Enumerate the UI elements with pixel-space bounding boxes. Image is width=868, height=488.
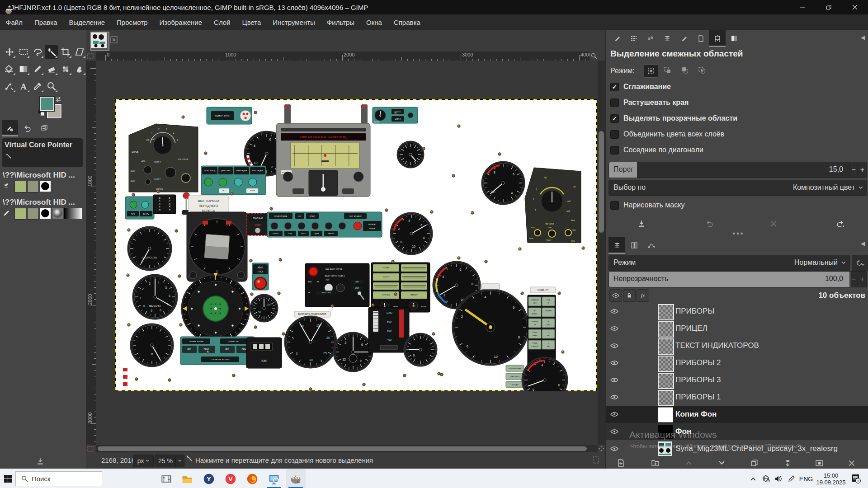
menu-item-инструменты[interactable]: Инструменты [267,14,321,30]
raise-layer-button[interactable] [685,459,693,467]
checkbox-выделять-прозрачные-области[interactable]: ✓Выделять прозрачные области [610,113,737,124]
layer-visibility-icon[interactable] [610,325,618,332]
start-button[interactable] [0,469,15,488]
menu-item-справка[interactable]: Справка [388,14,426,30]
lock-column-icon[interactable] [623,289,636,302]
dock-tab-fonts[interactable]: ab [642,30,659,47]
effects-column-icon[interactable]: fx [637,289,649,302]
image-canvas[interactable]: КОНТР УРАП108642К ППС АВТ 100 66 36 Ф : … [115,99,597,391]
restore-tool-preset-button[interactable] [705,220,713,228]
tray-volume-icon[interactable] [772,469,785,488]
search-input[interactable]: Поиск [15,471,102,486]
dock-tab-gradients[interactable] [726,30,742,47]
delete-layer-button[interactable] [848,459,856,467]
delete-tool-preset-button[interactable] [769,220,778,228]
layer-mode-switch-button[interactable] [852,255,868,271]
channels-tab[interactable] [626,237,642,254]
menu-item-окна[interactable]: Окна [360,14,388,30]
image-tab-close-icon[interactable] [110,36,118,43]
gradient-tool[interactable] [17,62,30,76]
toolbox-tab-images[interactable] [36,120,52,136]
taskbar-app-yandex-browser[interactable]: Y [199,469,219,488]
menu-item-просмотр[interactable]: Просмотр [111,14,154,30]
threshold-increase-button[interactable]: + [858,162,867,178]
maximize-button[interactable] [816,0,842,14]
fuzzy-select-tool[interactable] [45,45,58,59]
layer-visibility-icon[interactable] [610,308,618,314]
checkbox-сглаживание[interactable]: ✓Сглаживание [610,81,671,92]
tray-network-icon[interactable] [760,469,772,488]
text-tool[interactable]: A [17,80,30,93]
layer-visibility-icon[interactable] [610,360,618,366]
image-tab-thumbnail[interactable] [90,32,109,51]
menu-item-правка[interactable]: Правка [28,14,63,30]
menu-item-слой[interactable]: Слой [208,14,236,30]
layer-visibility-icon[interactable] [610,446,618,452]
toggle-visibility-column-icon[interactable] [609,289,622,302]
dock-tab-document-history[interactable] [692,30,709,47]
layer-row[interactable]: ПРИБОРЫ 1 [606,389,868,406]
layer-row[interactable]: Копия Фон [606,406,868,423]
dock-splitter-handle[interactable]: ●●● [732,230,744,236]
checkbox-растушевать-края[interactable]: Растушевать края [610,97,689,108]
dock-tab-tool-options[interactable] [709,30,726,47]
taskbar-app-explorer[interactable] [177,469,197,488]
taskbar-app-vivaldi[interactable]: V [221,469,241,488]
dock-tab-patterns[interactable] [625,30,642,47]
save-tool-preset-button[interactable] [637,220,646,228]
checkbox-соседние-по-диагонали[interactable]: Соседние по диагонали [610,145,703,155]
layer-mode-dropdown[interactable]: Режим Нормальный [609,255,850,271]
merge-layer-button[interactable] [784,459,792,467]
device-row-eraser[interactable] [0,180,86,193]
selection-mode-subtract[interactable] [678,64,692,77]
bucket-fill-tool[interactable] [3,62,16,76]
lower-layer-button[interactable] [718,459,726,467]
crop-tool[interactable] [59,45,72,59]
opacity-increase-button[interactable]: + [858,272,867,287]
horizontal-ruler[interactable]: 01000200030004000 [96,52,590,61]
duplicate-layer-button[interactable] [750,459,758,467]
dock-tab-brush-editor[interactable] [659,30,675,47]
opacity-decrease-button[interactable]: − [849,272,858,287]
tray-clock[interactable]: 15:0019.09.2025 [815,469,847,488]
transform-tool[interactable] [73,45,86,59]
layer-visibility-icon[interactable] [610,411,618,418]
foreground-color-swatch[interactable] [40,97,54,111]
vertical-scrollbar[interactable] [598,61,605,445]
toolbox-tab-tool-options[interactable]: i [2,120,18,136]
toolbox-tab-undo-history[interactable] [19,120,35,136]
menu-item-файл[interactable]: Файл [0,14,28,30]
reset-tool-options-button[interactable] [836,220,844,228]
checkbox-объединить-цвета-всех-сло-в[interactable]: Объединить цвета всех слоёв [610,129,724,140]
paths-tool[interactable] [3,80,16,93]
smudge-tool[interactable] [73,62,86,76]
layer-row[interactable]: ТЕКСТ ИНДИКАТОРОВ [606,337,868,354]
selection-mode-intersect[interactable] [695,64,709,77]
layer-row[interactable]: ПРИЦЕЛ [606,320,868,337]
zoom-value[interactable]: 25 % [155,455,176,467]
zoom-follow-window-icon[interactable] [590,52,598,60]
zoom-tool[interactable] [45,80,58,93]
taskbar-app-task-view[interactable] [156,469,176,488]
device-row-paintbrush[interactable] [0,207,86,221]
image-viewport[interactable]: КОНТР УРАП108642К ППС АВТ 100 66 36 Ф : … [96,61,598,445]
add-mask-button[interactable] [816,459,823,467]
quick-mask-toggle-icon[interactable] [87,446,94,452]
taskbar-app-gimp[interactable] [286,469,306,488]
eraser-tool[interactable] [45,62,58,76]
layer-visibility-icon[interactable] [610,394,618,400]
heal-tool[interactable] [59,62,72,76]
pencil-tool[interactable] [31,62,44,76]
select-by-dropdown[interactable]: Выбор по Композитный цвет [609,180,867,196]
dock-tab-brushes[interactable] [609,30,625,47]
layer-visibility-icon[interactable] [610,428,618,435]
dock-menu-arrow-icon[interactable]: ◀ [861,34,865,41]
tray-language[interactable]: ENG [797,469,815,488]
unit-dropdown[interactable]: px [133,455,154,467]
status-progress-icon[interactable] [592,456,599,464]
swap-colors-icon[interactable] [55,96,61,102]
menu-item-выделение[interactable]: Выделение [63,14,111,30]
notification-center-icon[interactable]: 1 [847,469,865,488]
save-device-status-icon[interactable] [36,457,44,465]
tray-pen-icon[interactable] [785,469,797,488]
